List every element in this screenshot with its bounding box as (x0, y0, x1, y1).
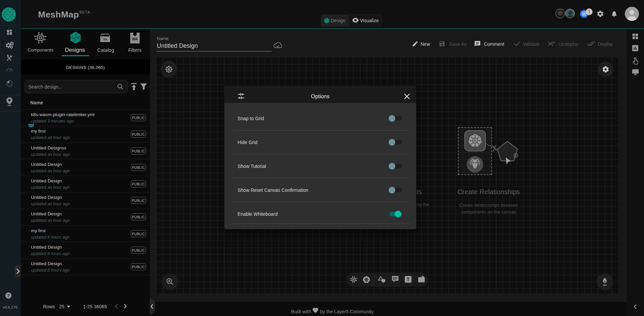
svg-text:WA: WA (132, 37, 138, 41)
svg-text:T: T (407, 277, 410, 282)
svg-text:?: ? (7, 293, 10, 298)
